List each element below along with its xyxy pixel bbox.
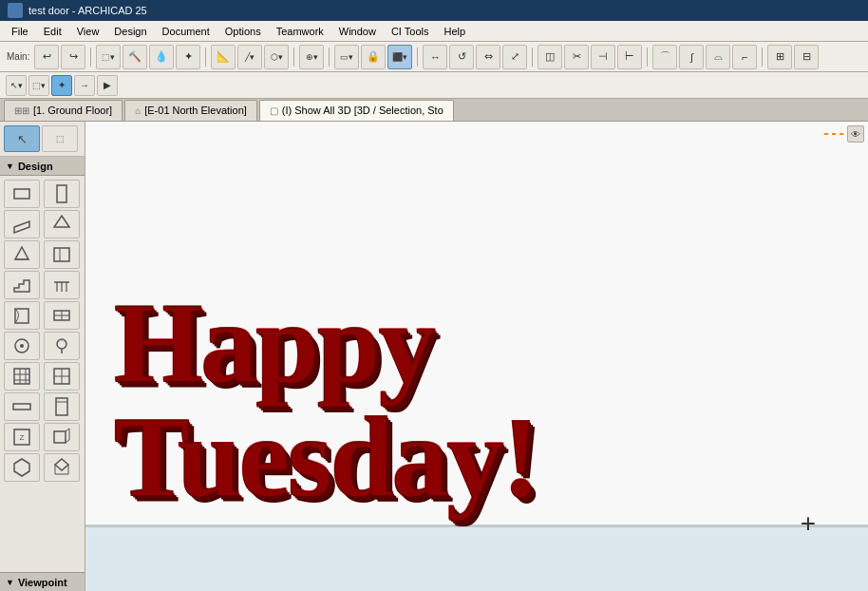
fillet-button[interactable]: ⌓ — [706, 45, 730, 69]
sub-select-btn[interactable]: ↖▾ — [6, 75, 27, 96]
morph2-tool[interactable] — [44, 453, 80, 482]
design-arrow-icon: ▼ — [6, 162, 14, 171]
sep3 — [293, 48, 294, 67]
door-tool[interactable] — [4, 301, 40, 330]
trim-button[interactable]: ✂ — [564, 45, 589, 69]
main-area: ↖ ⬚ ▼ Design — [0, 122, 868, 591]
magic-wand-button[interactable]: ✦ — [176, 45, 200, 69]
select-arrow-btn[interactable]: ↖ — [4, 125, 40, 152]
stairs-tool[interactable] — [4, 271, 40, 299]
move-edge-button[interactable]: ⤢ — [502, 45, 527, 69]
roof-tool[interactable] — [44, 210, 80, 238]
orange-dash-1 — [180, 356, 188, 358]
menu-ci-tools[interactable]: CI Tools — [384, 24, 437, 39]
lock-button[interactable]: 🔒 — [361, 45, 386, 69]
view3d-tab[interactable]: ▢ (I) Show All 3D [3D / Selection, Sto — [259, 100, 454, 121]
view-controls: 👁 — [824, 125, 864, 143]
menu-document[interactable]: Document — [155, 24, 217, 39]
explode-button[interactable]: ⊞ — [767, 45, 792, 69]
sep4 — [329, 48, 330, 67]
measure-button[interactable]: 📐 — [211, 45, 236, 69]
sep6 — [532, 48, 533, 67]
menu-options[interactable]: Options — [217, 24, 269, 39]
sub-magic-btn[interactable]: ✦ — [51, 75, 72, 96]
menu-design[interactable]: Design — [106, 24, 154, 39]
viewport-canvas: 👁 Happy Tuesday! + — [85, 122, 868, 591]
floor-plan-tab[interactable]: ⊞⊞ [1. Ground Floor] — [4, 100, 123, 121]
select-marquee-tool-btn[interactable]: ⬚ — [42, 125, 78, 152]
lamp-tool[interactable] — [44, 332, 80, 360]
sub-marquee-btn[interactable]: ⬚▾ — [28, 75, 49, 96]
menu-file[interactable]: File — [4, 24, 36, 39]
rect-button[interactable]: ▭▾ — [334, 45, 359, 69]
spline-button[interactable]: ∫ — [679, 45, 704, 69]
canvas-area[interactable]: 👁 Happy Tuesday! + — [85, 122, 868, 591]
zone2-tool[interactable] — [44, 423, 80, 451]
eyedropper-button[interactable]: 💧 — [149, 45, 174, 69]
title-bar: test door - ARCHICAD 25 — [0, 0, 868, 21]
object-tool[interactable] — [4, 332, 40, 360]
redo-button[interactable]: ↪ — [61, 45, 85, 69]
tool-grid: Z — [0, 176, 85, 486]
menu-window[interactable]: Window — [331, 24, 384, 39]
svg-marker-40 — [14, 459, 29, 476]
view3d-label: (I) Show All 3D [3D / Selection, Sto — [282, 105, 443, 116]
design-label: Design — [18, 161, 53, 172]
curtain-panel-tool[interactable] — [44, 362, 80, 391]
adjust-button[interactable]: ⊢ — [617, 45, 642, 69]
chamfer-button[interactable]: ⌐ — [732, 45, 757, 69]
window-tool[interactable] — [44, 301, 80, 330]
eye-view-btn[interactable]: 👁 — [847, 125, 864, 143]
curtain-wall-tool[interactable] — [4, 362, 40, 391]
menu-view[interactable]: View — [69, 24, 107, 39]
menu-help[interactable]: Help — [436, 24, 473, 39]
hammer-button[interactable]: 🔨 — [123, 45, 147, 69]
sub-arrow-btn[interactable]: → — [74, 75, 95, 96]
tab-bar: ⊞⊞ [1. Ground Floor] ⌂ [E-01 North Eleva… — [0, 99, 868, 122]
arc-button[interactable]: ⌒ — [652, 45, 677, 69]
beam-tool[interactable] — [4, 392, 40, 421]
slab-tool[interactable] — [4, 210, 40, 238]
mirror-button[interactable]: ⇔ — [476, 45, 500, 69]
viewpoint-label: Viewpoint — [18, 577, 67, 588]
shell-tool[interactable] — [44, 240, 80, 269]
offset-button[interactable]: ◫ — [538, 45, 562, 69]
sep8 — [762, 48, 763, 67]
svg-marker-41 — [55, 459, 68, 470]
floor-plan-label: [1. Ground Floor] — [33, 105, 112, 116]
zone-tool[interactable]: Z — [4, 423, 40, 451]
group-button[interactable]: ⊟ — [794, 45, 819, 69]
main-toolbar: Main: ↩ ↪ ⬚▾ 🔨 💧 ✦ 📐 ╱▾ ⬡▾ ⊕▾ ▭▾ 🔒 ⬛▾ ↔ … — [0, 42, 868, 72]
morph-tool[interactable] — [4, 453, 40, 482]
menu-teamwork[interactable]: Teamwork — [269, 24, 331, 39]
3d-view-button[interactable]: ⬛▾ — [387, 45, 412, 69]
select-marquee-button[interactable]: ⬚▾ — [96, 45, 121, 69]
rotate-button[interactable]: ↺ — [449, 45, 474, 69]
wall-tool[interactable] — [4, 180, 40, 208]
column-tool[interactable] — [44, 180, 80, 208]
svg-text:Z: Z — [20, 433, 25, 442]
svg-marker-4 — [15, 247, 28, 259]
sep1 — [90, 48, 91, 67]
plus-cursor: + — [801, 508, 816, 539]
column2-tool[interactable] — [44, 392, 80, 421]
orange-dash-2 — [180, 362, 188, 364]
line-draw-button[interactable]: ╱▾ — [237, 45, 262, 69]
crosshair-button[interactable]: ⊕▾ — [299, 45, 324, 69]
design-section-header[interactable]: ▼ Design — [0, 157, 85, 176]
split-button[interactable]: ⊣ — [591, 45, 615, 69]
stretch-button[interactable]: ↔ — [423, 45, 447, 69]
svg-point-17 — [20, 344, 24, 348]
sub-next-btn[interactable]: ▶ — [97, 75, 118, 96]
svg-rect-31 — [13, 404, 30, 410]
undo-button[interactable]: ↩ — [34, 45, 59, 69]
elevation-tab[interactable]: ⌂ [E-01 North Elevation] — [124, 100, 257, 121]
mesh-tool[interactable] — [4, 240, 40, 269]
viewpoint-section-header[interactable]: ▼ Viewpoint — [0, 572, 85, 591]
menu-edit[interactable]: Edit — [36, 24, 69, 39]
railing-tool[interactable] — [44, 271, 80, 299]
polygon-button[interactable]: ⬡▾ — [264, 45, 289, 69]
sep2 — [205, 48, 206, 67]
svg-rect-32 — [56, 398, 67, 415]
svg-rect-1 — [57, 185, 66, 202]
